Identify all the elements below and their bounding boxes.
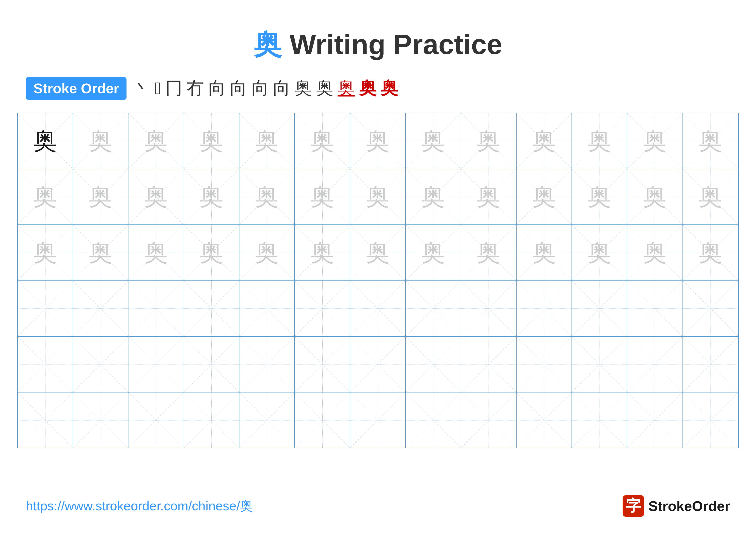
grid-cell-empty[interactable] [627,337,683,392]
grid-cell-empty[interactable] [461,337,517,392]
grid-cell-empty[interactable] [239,281,295,336]
grid-cell[interactable]: 奥 [295,225,350,280]
grid-cell-empty[interactable] [73,281,128,336]
title-text: Writing Practice [282,29,502,60]
grid-cell[interactable]: 奥 [461,169,517,224]
svg-line-135 [128,393,183,448]
grid-cell-empty[interactable] [683,281,738,336]
grid-cell-empty[interactable] [350,337,406,392]
stroke-9: 奥 [295,77,312,100]
grid-cell-empty[interactable] [73,393,128,448]
grid-cell-empty[interactable] [461,393,517,448]
grid-cell: 奥 [350,113,406,169]
grid-row-empty-1 [18,281,738,337]
grid-cell-empty[interactable] [406,393,461,448]
grid-cell-empty[interactable] [184,337,239,392]
svg-line-122 [517,337,572,392]
grid-cell[interactable]: 奥 [683,225,738,280]
grid-cell-empty[interactable] [406,281,461,336]
grid-cell[interactable]: 奥 [406,225,461,280]
grid-cell[interactable]: 奥 [683,169,738,224]
grid-cell[interactable]: 奥 [350,169,406,224]
svg-line-99 [572,281,627,336]
grid-cell-empty[interactable] [627,393,683,448]
svg-line-133 [73,393,128,448]
grid-cell-empty[interactable] [128,393,184,448]
stroke-4: 冇 [187,77,204,100]
grid-cell-empty[interactable] [73,337,128,392]
grid-cell[interactable]: 奥 [184,169,239,224]
svg-line-87 [239,281,294,336]
svg-line-125 [572,337,627,392]
grid-cell: 奥 [627,113,683,169]
grid-cell[interactable]: 奥 [184,225,239,280]
grid-cell[interactable]: 奥 [73,225,128,280]
grid-cell-empty[interactable] [184,393,239,448]
grid-cell-empty[interactable] [683,393,738,448]
grid-cell-empty[interactable] [517,337,572,392]
svg-line-117 [350,337,405,392]
svg-line-111 [184,337,239,392]
grid-cell[interactable]: 奥 [73,169,128,224]
svg-line-138 [239,393,294,448]
stroke-13: 奥 [381,77,398,100]
grid-cell-empty[interactable] [239,393,295,448]
grid-cell-empty[interactable] [461,281,517,336]
grid-cell-empty[interactable] [128,337,184,392]
grid-cell-empty[interactable] [572,337,627,392]
grid-cell-empty[interactable] [627,281,683,336]
grid-cell-empty[interactable] [184,281,239,336]
svg-line-144 [406,393,461,448]
grid-row-1: 奥奥奥奥奥奥奥奥奥奥奥奥奥 [18,113,738,169]
grid-cell[interactable]: 奥 [350,225,406,280]
grid-cell-empty[interactable] [239,337,295,392]
grid-cell[interactable]: 奥 [18,225,73,280]
grid-cell[interactable]: 奥 [517,225,572,280]
grid-cell-empty[interactable] [295,393,350,448]
grid-cell-empty[interactable] [295,281,350,336]
grid-cell[interactable]: 奥 [572,225,627,280]
grid-cell-empty[interactable] [517,393,572,448]
grid-cell[interactable]: 奥 [627,225,683,280]
grid-cell-empty[interactable] [18,281,73,336]
stroke-10: 奥 [316,77,334,100]
grid-cell[interactable]: 奥 [572,169,627,224]
grid-cell: 奥 [239,113,295,169]
grid-cell[interactable]: 奥 [406,169,461,224]
grid-cell[interactable]: 奥 [627,169,683,224]
grid-cell: 奥 [683,113,738,169]
grid-cell-empty[interactable] [572,393,627,448]
grid-cell-empty[interactable] [18,337,73,392]
stroke-3: 冂 [165,77,182,100]
svg-line-88 [295,281,350,336]
svg-line-152 [627,393,682,448]
svg-line-83 [128,281,183,336]
svg-line-104 [18,337,73,392]
grid-cell[interactable]: 奥 [239,169,295,224]
svg-line-151 [572,393,627,448]
title-char: 奥 [254,29,282,60]
grid-cell-empty[interactable] [128,281,184,336]
grid-cell-empty[interactable] [295,337,350,392]
grid-cell-empty[interactable] [572,281,627,336]
grid-cell-empty[interactable] [350,393,406,448]
grid-cell-empty[interactable] [18,393,73,448]
svg-line-97 [517,281,572,336]
grid-cell[interactable]: 奥 [128,169,184,224]
grid-cell[interactable]: 奥 [295,169,350,224]
stroke-5: 向 [208,77,226,100]
grid-cell-empty[interactable] [683,337,738,392]
svg-line-105 [18,337,73,392]
grid-cell[interactable]: 奥 [461,225,517,280]
grid-cell[interactable]: 奥 [18,169,73,224]
grid-cell-empty[interactable] [406,337,461,392]
stroke-6: 向 [230,77,247,100]
grid-cell[interactable]: 奥 [517,169,572,224]
grid-cell-empty[interactable] [350,281,406,336]
svg-line-115 [295,337,350,392]
grid-cell-empty[interactable] [517,281,572,336]
svg-line-147 [461,393,516,448]
grid-cell[interactable]: 奥 [128,225,184,280]
svg-line-79 [18,281,73,336]
grid-cell[interactable]: 奥 [239,225,295,280]
